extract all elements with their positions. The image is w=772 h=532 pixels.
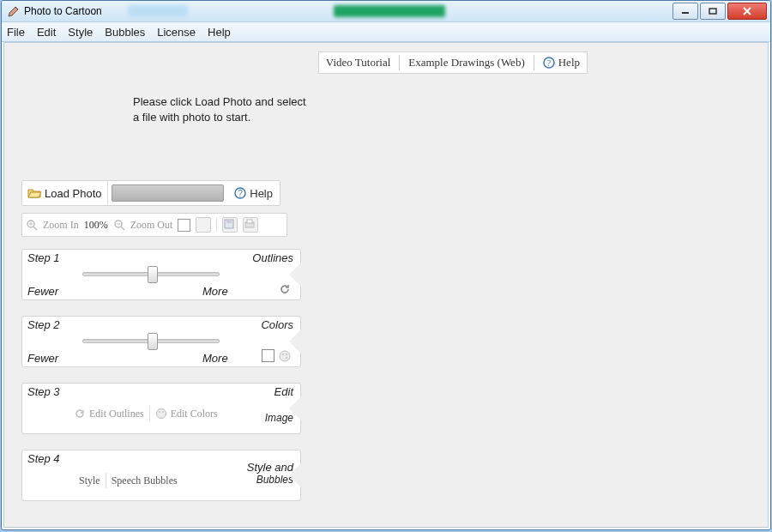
step-4-tag1: Style and	[247, 461, 293, 474]
svg-point-22	[159, 411, 160, 413]
blurred-region	[334, 5, 445, 17]
svg-text:?: ?	[546, 58, 551, 68]
more-label: More	[202, 352, 228, 365]
photo-path-field[interactable]	[112, 184, 225, 202]
load-help-button[interactable]: ? Help	[227, 181, 280, 205]
example-drawings-link[interactable]: Example Drawings (Web)	[405, 56, 528, 70]
refresh-icon	[74, 408, 86, 420]
svg-line-11	[121, 227, 124, 230]
step-2-title: Step 2	[27, 318, 60, 331]
svg-rect-14	[226, 220, 232, 223]
colors-slider[interactable]	[82, 334, 220, 346]
menu-bar: File Edit Style Bubbles License Help	[2, 22, 770, 42]
instruction-text: Please click Load Photo and select a fil…	[133, 94, 313, 124]
step-1-tag: Outlines	[252, 251, 293, 264]
menu-bubbles[interactable]: Bubbles	[105, 26, 145, 39]
more-label: More	[202, 285, 228, 298]
save-icon[interactable]	[222, 217, 238, 233]
app-window: Photo to Cartoon File Edit Style Bubbles…	[1, 0, 771, 530]
step-4-tag2: Bubbles	[256, 475, 293, 486]
svg-point-20	[286, 357, 288, 360]
print-icon[interactable]	[243, 217, 258, 233]
svg-point-19	[286, 354, 288, 356]
edit-outlines-button[interactable]: Edit Outlines	[74, 408, 144, 420]
zoom-percent: 100%	[84, 219, 108, 232]
outlines-slider[interactable]	[82, 267, 220, 279]
step-4-title: Step 4	[27, 452, 60, 465]
style-button[interactable]: Style	[79, 475, 100, 487]
folder-open-icon	[27, 187, 41, 199]
edit-colors-button[interactable]: Edit Colors	[155, 408, 218, 420]
svg-point-18	[282, 354, 285, 356]
slider-thumb[interactable]	[148, 266, 158, 283]
client-area: Video Tutorial Example Drawings (Web) ? …	[3, 42, 769, 528]
top-link-bar: Video Tutorial Example Drawings (Web) ? …	[318, 51, 588, 74]
menu-edit[interactable]: Edit	[37, 26, 56, 39]
zoom-in-button[interactable]: Zoom In	[43, 219, 79, 232]
window-title: Photo to Cartoon	[24, 5, 102, 17]
fewer-label: Fewer	[27, 352, 58, 365]
svg-rect-1	[709, 9, 716, 14]
zoom-toolbar: Zoom In 100% Zoom Out	[21, 213, 287, 237]
svg-line-7	[33, 227, 37, 230]
step-3-panel: Step 3 Edit Image Edit Outlines Edit Col…	[21, 383, 301, 434]
menu-help[interactable]: Help	[208, 26, 231, 39]
close-button[interactable]	[727, 3, 767, 20]
step-1-panel: Step 1 Outlines Fewer More	[21, 249, 301, 300]
zoom-in-icon	[26, 219, 38, 231]
blurred-region	[128, 5, 188, 17]
zoom-out-icon	[113, 219, 125, 231]
help-icon: ?	[543, 57, 555, 69]
load-photo-button[interactable]: Load Photo	[22, 181, 108, 205]
step-4-panel: Step 4 Style and Bubbles Style Speech Bu…	[21, 450, 301, 501]
video-tutorial-link[interactable]: Video Tutorial	[323, 56, 394, 70]
pencil-icon	[7, 4, 21, 18]
fit-checkbox[interactable]	[178, 219, 190, 232]
step-2-checkbox[interactable]	[262, 349, 274, 362]
step-1-title: Step 1	[27, 251, 60, 264]
palette-icon	[155, 408, 167, 420]
help-link[interactable]: ? Help	[540, 56, 583, 70]
menu-file[interactable]: File	[7, 26, 25, 39]
load-photo-row: Load Photo ? Help	[21, 180, 280, 206]
slider-thumb[interactable]	[148, 333, 158, 350]
toolbar-icon-1[interactable]	[196, 217, 211, 233]
svg-point-21	[156, 409, 166, 419]
step-3-title: Step 3	[27, 385, 60, 398]
help-icon: ?	[234, 187, 246, 199]
minimize-button[interactable]	[672, 3, 698, 20]
svg-text:?: ?	[238, 189, 243, 198]
svg-point-23	[162, 411, 164, 413]
menu-license[interactable]: License	[157, 26, 196, 39]
maximize-button[interactable]	[700, 3, 726, 20]
menu-style[interactable]: Style	[68, 26, 93, 39]
zoom-out-button[interactable]: Zoom Out	[130, 219, 173, 232]
title-bar: Photo to Cartoon	[2, 1, 770, 22]
fewer-label: Fewer	[27, 285, 58, 298]
speech-bubbles-button[interactable]: Speech Bubbles	[112, 475, 178, 487]
svg-rect-16	[247, 220, 252, 223]
step-2-panel: Step 2 Colors Fewer More	[21, 316, 301, 367]
